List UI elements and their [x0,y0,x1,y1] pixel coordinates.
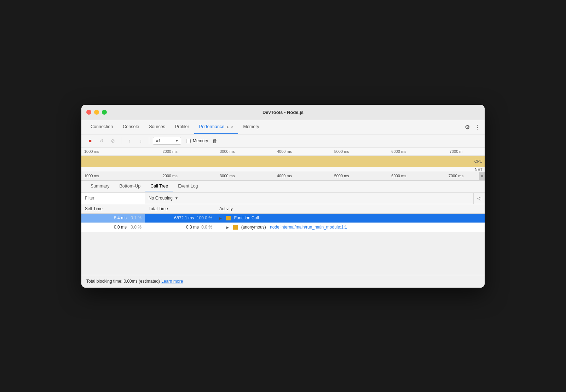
memory-checkbox-input[interactable] [186,139,191,143]
timeline-area: 1000 ms 2000 ms 3000 ms 4000 ms 5000 ms … [81,148,485,181]
minimize-button[interactable] [94,110,99,115]
total-time-value: 0.3 ms [186,225,199,230]
folder-icon [233,225,238,230]
self-time-cell: 0.0 ms 0.0 % [81,223,145,232]
nav-tab-sources[interactable]: Sources [144,120,170,134]
activity-cell: ▶ (anonymous) node:internal/main/run_mai… [216,223,485,232]
nav-tab-performance[interactable]: Performance ▲ × [194,120,238,134]
settings-icon[interactable]: ⚙ [465,124,470,131]
nav-tab-connection[interactable]: Connection [86,120,118,134]
ruler-tick-1000: 1000 ms [84,149,142,154]
total-time-header: Total Time [145,204,216,214]
ruler-tick-4000: 4000 ms [256,149,313,154]
maximize-button[interactable] [102,110,107,115]
learn-more-link[interactable]: Learn more [161,279,183,284]
ruler-tick-5000: 5000 ms [313,149,370,154]
self-time-cell: 8.4 ms 0.1 % [81,213,145,223]
activity-header: Activity [216,204,485,214]
self-time-percent: 0.1 % [131,215,142,220]
total-time-cell: 6872.1 ms 100.0 % [145,213,216,223]
title-bar: DevTools - Node.js [81,105,485,120]
nav-tab-memory[interactable]: Memory [238,120,264,134]
record-button[interactable]: ● [86,136,95,145]
stop-button[interactable]: ⊘ [108,136,117,145]
tab-event-log[interactable]: Event Log [173,181,203,191]
ruler2-tick-6000: 6000 ms [370,174,428,178]
ruler-tick-3000: 3000 ms [198,149,256,154]
download-button[interactable]: ↓ [136,136,145,145]
tab-close-icon[interactable]: × [231,125,233,129]
ruler2-tick-3000: 3000 ms [198,174,256,178]
toolbar: ● ↺ ⊘ ↑ ↓ #1 ▾ Memory 🗑 [81,134,485,148]
more-icon[interactable]: ⋮ [475,124,480,131]
cpu-fill [81,156,485,167]
expand-icon[interactable]: ▶ [226,226,231,230]
ruler-tick-6000: 6000 ms [370,149,428,154]
net-label: NET [475,167,483,172]
total-time-percent: 0.0 % [201,225,212,230]
upload-button[interactable]: ↑ [125,136,134,145]
nav-right-icons: ⚙ ⋮ [465,120,480,134]
cpu-label: CPU [474,159,483,163]
filter-bar: No Grouping ▾ ◁ [81,193,485,204]
grouping-select[interactable]: No Grouping ▾ [145,193,473,204]
call-tree-table: Self Time Total Time Activity 8.4 ms 0.1… [81,204,485,232]
ruler-tick-2000: 2000 ms [142,149,199,154]
close-button[interactable] [86,110,91,115]
ruler2-tick-4000: 4000 ms [256,174,313,178]
status-bar: Total blocking time: 0.00ms (estimated) … [81,275,485,288]
refresh-button[interactable]: ↺ [97,136,106,145]
tab-summary[interactable]: Summary [86,181,114,191]
table-header-row: Self Time Total Time Activity [81,204,485,214]
scrollbar-thumb[interactable]: ◼ [479,172,485,180]
total-time-cell: 0.3 ms 0.0 % [145,223,216,232]
trash-icon: 🗑 [212,138,218,144]
ruler2-tick-2000: 2000 ms [142,174,199,178]
self-time-percent: 0.0 % [131,225,142,230]
net-bar[interactable]: NET [81,167,485,172]
traffic-lights [86,110,107,115]
cpu-bar[interactable]: CPU [81,156,485,167]
ruler2-tick-1000: 1000 ms [84,174,142,178]
data-table-container: Self Time Total Time Activity 8.4 ms 0.1… [81,204,485,275]
filter-input[interactable] [81,193,145,204]
ruler2-tick-7000: 7000 ms [427,174,485,178]
toolbar-divider-2 [149,137,149,144]
activity-name: (anonymous) [241,225,266,230]
nav-tab-profiler[interactable]: Profiler [170,120,194,134]
ruler2-tick-5000: 5000 ms [313,174,370,178]
nav-tab-console[interactable]: Console [118,120,144,134]
activity-name: Function Call [234,215,259,220]
activity-cell: ▶ Function Call [216,213,485,223]
timeline-ruler-bottom: 1000 ms 2000 ms 3000 ms 4000 ms 5000 ms … [81,172,485,180]
tab-bottom-up[interactable]: Bottom-Up [114,181,145,191]
self-time-header: Self Time [81,204,145,214]
memory-checkbox[interactable]: Memory [186,138,208,143]
total-time-value: 6872.1 ms [174,215,194,220]
timeline-ruler-top: 1000 ms 2000 ms 3000 ms 4000 ms 5000 ms … [81,148,485,156]
tab-call-tree[interactable]: Call Tree [145,181,173,191]
nav-bar: Connection Console Sources Profiler Perf… [81,120,485,134]
grouping-arrow-icon: ▾ [175,196,178,201]
self-time-value: 0.0 ms [114,225,127,230]
devtools-window: DevTools - Node.js Connection Console So… [81,105,485,288]
blocking-time-text: Total blocking time: 0.00ms (estimated) [86,279,160,284]
ruler-tick-7000: 7000 m [427,149,485,154]
session-select[interactable]: #1 ▾ [153,137,181,145]
activity-link[interactable]: node:internal/main/run_main_module:1:1 [270,225,347,230]
toolbar-divider-1 [121,137,121,144]
total-time-percent: 100.0 % [197,215,212,220]
recording-icon: ▲ [226,125,229,129]
expand-icon[interactable]: ▶ [219,217,224,221]
table-row[interactable]: 8.4 ms 0.1 % 6872.1 ms 100.0 % ▶ Functio… [81,213,485,223]
self-time-value: 8.4 ms [114,215,127,220]
folder-icon [226,216,231,220]
clear-button[interactable]: 🗑 [210,136,219,145]
window-title: DevTools - Node.js [262,110,304,115]
analysis-tabs-bar: Summary Bottom-Up Call Tree Event Log [81,181,485,193]
table-row[interactable]: 0.0 ms 0.0 % 0.3 ms 0.0 % ▶ (anonymous) … [81,223,485,232]
focus-icon[interactable]: ◁ [473,192,485,204]
